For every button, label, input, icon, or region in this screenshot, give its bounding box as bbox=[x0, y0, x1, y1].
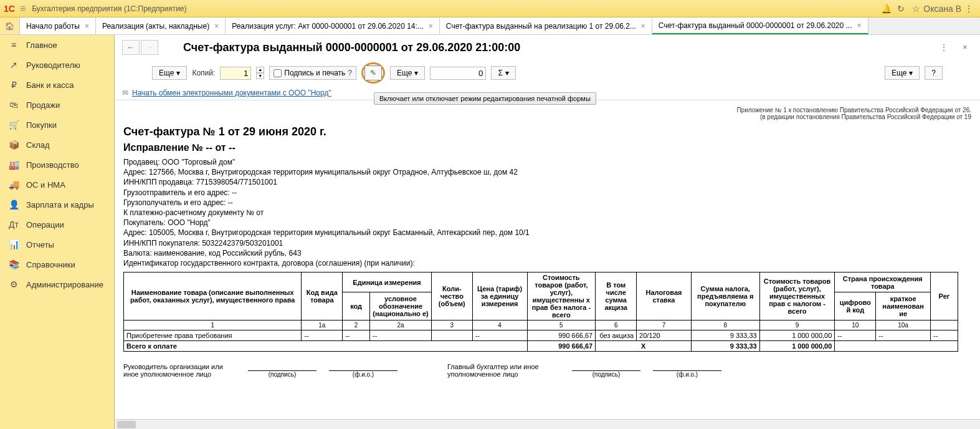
invoice-table: Наименование товара (описание выполненны… bbox=[123, 272, 958, 352]
tab-3[interactable]: Счет-фактура выданный на реализацию 1 от… bbox=[440, 17, 652, 34]
nav-assets[interactable]: 🚚ОС и НМА bbox=[0, 175, 114, 195]
chevron-down-icon: ▾ bbox=[176, 69, 180, 77]
close-icon[interactable]: × bbox=[214, 22, 219, 31]
nav-production[interactable]: 🏭Производство bbox=[0, 155, 114, 175]
app-logo: 1С bbox=[4, 4, 15, 14]
table-row: Приобретение права требования -- -- -- -… bbox=[124, 330, 958, 341]
total-row: Всего к оплате 990 666,67 Х 9 333,33 1 0… bbox=[124, 341, 958, 352]
close-content-icon[interactable]: × bbox=[958, 43, 973, 52]
books-icon: 📚 bbox=[7, 259, 20, 269]
copies-input[interactable] bbox=[220, 67, 251, 80]
nav-admin[interactable]: ⚙Администрирование bbox=[0, 274, 114, 294]
more-button-2[interactable]: Еще ▾ bbox=[390, 66, 425, 80]
tab-4-active[interactable]: Счет-фактура выданный 0000-0000001 от 29… bbox=[652, 17, 868, 34]
edit-icon: ✎ bbox=[370, 69, 376, 77]
chevron-down-icon: ▾ bbox=[505, 69, 509, 77]
nav-sales[interactable]: 🛍Продажи bbox=[0, 95, 114, 115]
sign-print-checkbox[interactable]: Подпись и печать? bbox=[269, 66, 356, 80]
box-icon: 📦 bbox=[7, 140, 20, 150]
nav-bank[interactable]: ₽Банк и касса bbox=[0, 75, 114, 95]
appendix-note: Приложение № 1 к постановлению Правитель… bbox=[123, 107, 971, 120]
toolbar: Еще ▾ Копий: ▲▼ Подпись и печать? ✎ Еще … bbox=[115, 60, 980, 86]
chevron-down-icon: ▾ bbox=[909, 69, 913, 77]
chevron-down-icon: ▾ bbox=[414, 69, 418, 77]
page-title: Счет-фактура выданный 0000-0000001 от 29… bbox=[183, 41, 520, 54]
back-button[interactable]: ← bbox=[122, 40, 140, 55]
tabbar: 🏠 Начало работы× Реализация (акты, накла… bbox=[0, 17, 980, 35]
close-icon[interactable]: × bbox=[429, 22, 433, 31]
document-body: Приложение № 1 к постановлению Правитель… bbox=[115, 100, 980, 419]
titlebar: 1С ≡ Бухгалтерия предприятия (1С:Предпри… bbox=[0, 0, 980, 17]
nav-reports[interactable]: 📊Отчеты bbox=[0, 234, 114, 254]
edo-link[interactable]: Начать обмен электронными документами с … bbox=[132, 89, 331, 97]
copies-stepper[interactable]: ▲▼ bbox=[256, 67, 264, 79]
truck-icon: 🚚 bbox=[7, 180, 20, 190]
nav-operations[interactable]: ДтОперации bbox=[0, 214, 114, 234]
forward-button[interactable]: → bbox=[141, 40, 158, 55]
bell-icon[interactable]: 🔔 bbox=[878, 4, 893, 14]
ruble-icon: ₽ bbox=[7, 80, 20, 90]
doc-header: ← → Счет-фактура выданный 0000-0000001 о… bbox=[115, 35, 980, 60]
close-icon[interactable]: × bbox=[85, 22, 89, 31]
close-icon[interactable]: × bbox=[641, 22, 645, 31]
tab-1[interactable]: Реализация (акты, накладные)× bbox=[96, 17, 226, 34]
sidebar: ≡Главное ↗Руководителю ₽Банк и касса 🛍Пр… bbox=[0, 35, 115, 429]
bag-icon: 🛍 bbox=[7, 100, 20, 110]
nav-purchases[interactable]: 🛒Покупки bbox=[0, 115, 114, 135]
horizontal-scrollbar[interactable] bbox=[115, 419, 980, 429]
signatures: Руководитель организации или иное уполно… bbox=[123, 363, 971, 378]
home-tab[interactable]: 🏠 bbox=[0, 17, 20, 34]
tab-0[interactable]: Начало работы× bbox=[20, 17, 96, 34]
main-menu-icon[interactable]: ≡ bbox=[20, 3, 26, 14]
person-icon: 👤 bbox=[7, 200, 20, 210]
user-name[interactable]: Оксана В bbox=[923, 4, 961, 14]
sigma-button[interactable]: Σ ▾ bbox=[491, 66, 515, 80]
chart-icon: ↗ bbox=[7, 60, 20, 70]
nav-hr[interactable]: 👤Зарплата и кадры bbox=[0, 195, 114, 214]
factory-icon: 🏭 bbox=[7, 160, 20, 170]
app-title: Бухгалтерия предприятия (1С:Предприятие) bbox=[32, 4, 186, 13]
edit-mode-button[interactable]: ✎ bbox=[364, 65, 382, 80]
tooltip: Включает или отключает режим редактирова… bbox=[374, 92, 596, 105]
gear-icon: ⚙ bbox=[7, 279, 20, 289]
edit-mode-highlight: ✎ bbox=[361, 62, 385, 84]
correction-title: Исправление № -- от -- bbox=[123, 142, 971, 153]
more-button-1[interactable]: Еще ▾ bbox=[152, 66, 187, 80]
nav-main[interactable]: ≡Главное bbox=[0, 35, 114, 55]
more-button-3[interactable]: Еще ▾ bbox=[885, 66, 920, 80]
nav-manager[interactable]: ↗Руководителю bbox=[0, 55, 114, 75]
mail-icon: ✉ bbox=[122, 89, 128, 97]
close-icon[interactable]: × bbox=[857, 21, 862, 30]
copies-label: Копий: bbox=[192, 69, 215, 77]
star-icon[interactable]: ☆ bbox=[908, 4, 923, 14]
history-icon[interactable]: ↻ bbox=[893, 4, 908, 14]
cart-icon: 🛒 bbox=[7, 120, 20, 130]
sum-input[interactable] bbox=[430, 67, 486, 80]
journal-icon: Дт bbox=[7, 219, 20, 229]
kebab-icon[interactable]: ⋮ bbox=[936, 43, 951, 52]
titlebar-more-icon[interactable]: ⋮ bbox=[961, 4, 976, 14]
nav-refs[interactable]: 📚Справочники bbox=[0, 254, 114, 274]
report-icon: 📊 bbox=[7, 239, 20, 249]
nav-warehouse[interactable]: 📦Склад bbox=[0, 135, 114, 155]
menu-icon: ≡ bbox=[7, 40, 20, 50]
tab-2[interactable]: Реализация услуг: Акт 0000-000001 от 29.… bbox=[226, 17, 440, 34]
help-button[interactable]: ? bbox=[925, 66, 943, 80]
invoice-title: Счет-фактура № 1 от 29 июня 2020 г. bbox=[123, 125, 971, 138]
